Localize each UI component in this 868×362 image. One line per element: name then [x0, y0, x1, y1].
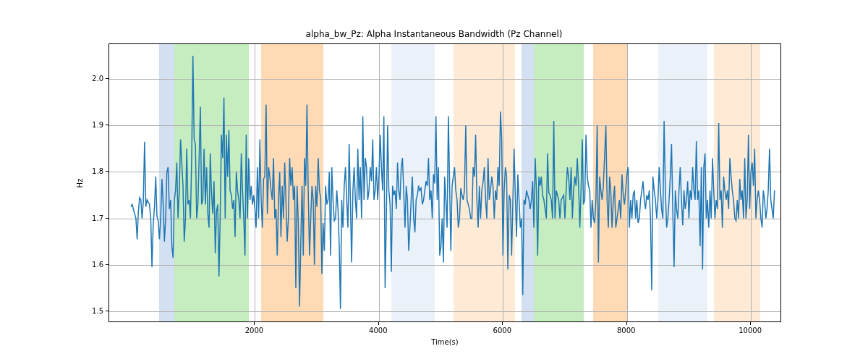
x-tick-mark: [750, 322, 751, 325]
x-tick-label: 10000: [739, 327, 762, 334]
x-tick-label: 8000: [617, 327, 635, 334]
x-tick-label: 2000: [245, 327, 263, 334]
series-line: [131, 56, 775, 309]
x-tick-mark: [254, 322, 255, 325]
y-axis-label: Hz: [76, 178, 84, 188]
x-tick-mark: [378, 322, 379, 325]
chart-axes: [109, 43, 781, 322]
x-axis-label: Time(s): [431, 338, 459, 346]
x-tick-mark: [626, 322, 627, 325]
y-tick-label: 1.5: [92, 306, 103, 314]
y-tick-label: 1.7: [92, 214, 103, 222]
y-tick-label: 1.6: [92, 260, 103, 268]
figure: alpha_bw_Pz: Alpha Instantaneous Bandwid…: [0, 0, 868, 362]
y-tick-mark: [106, 125, 109, 125]
x-tick-label: 6000: [493, 327, 511, 334]
y-tick-label: 2.0: [92, 75, 103, 83]
y-tick-mark: [106, 218, 109, 219]
line-plot: [109, 44, 781, 322]
y-tick-mark: [106, 264, 109, 265]
y-tick-mark: [106, 311, 109, 311]
x-tick-label: 4000: [369, 327, 387, 334]
y-tick-label: 1.9: [92, 121, 103, 129]
chart-title: alpha_bw_Pz: Alpha Instantaneous Bandwid…: [0, 29, 868, 39]
y-tick-mark: [106, 78, 109, 79]
y-tick-label: 1.8: [92, 167, 103, 175]
y-tick-mark: [106, 171, 109, 172]
x-tick-mark: [502, 322, 503, 325]
